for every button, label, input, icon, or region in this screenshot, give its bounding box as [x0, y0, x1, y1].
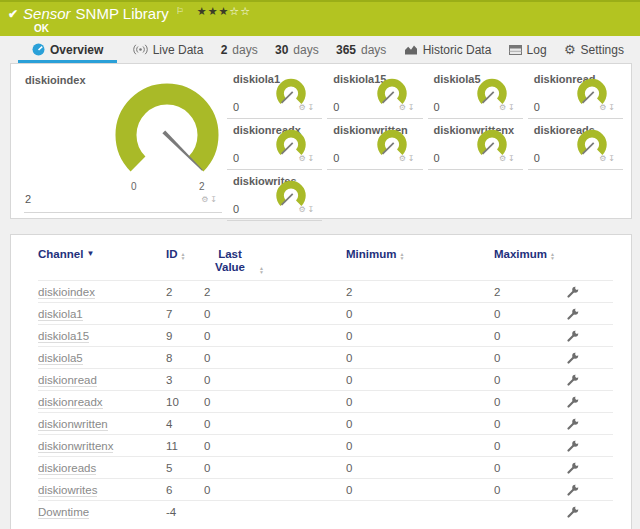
column-header-minimum[interactable]: Minimum ▲▼: [346, 248, 494, 261]
cell-last-value: 0: [204, 374, 346, 386]
gauge-cell[interactable]: diskionread 0 ⚙↧: [528, 69, 623, 119]
gauge-gear-icon[interactable]: ⚙: [399, 103, 408, 112]
tab-30-days[interactable]: 30 days: [273, 36, 321, 63]
table-row: diskionread 3 0 0 0: [38, 368, 613, 390]
channel-link[interactable]: diskionwrittenx: [38, 440, 113, 453]
gauge-value: 0: [233, 203, 239, 215]
tab-365-days-label: days: [361, 43, 386, 57]
tab-30-days-number: 30: [275, 43, 288, 57]
gauge-pin-icon[interactable]: ↧: [308, 154, 317, 163]
tab-settings[interactable]: ⚙ Settings: [562, 36, 626, 63]
gauge-gear-icon[interactable]: ⚙: [499, 103, 508, 112]
gauge-gear-icon[interactable]: ⚙: [399, 154, 408, 163]
filled-stars[interactable]: ★★★: [197, 5, 230, 17]
column-header-channel[interactable]: Channel ▼: [38, 248, 166, 261]
cell-channel: diskionread: [38, 374, 166, 386]
gauge-pin-icon[interactable]: ↧: [408, 154, 417, 163]
gauge-cell[interactable]: diskionwritten 0 ⚙↧: [327, 120, 422, 170]
channel-link[interactable]: diskiola15: [38, 330, 89, 343]
channel-settings-icon[interactable]: [566, 395, 580, 409]
gauge-cell[interactable]: diskiola1 0 ⚙↧: [227, 69, 322, 119]
cell-minimum: 0: [346, 418, 494, 430]
channel-settings-icon[interactable]: [566, 285, 580, 299]
channel-link[interactable]: diskiowrites: [38, 484, 97, 497]
gauge-gear-icon[interactable]: ⚙: [298, 103, 307, 112]
channel-settings-icon[interactable]: [566, 505, 580, 519]
channel-link[interactable]: diskionreadx: [38, 396, 103, 409]
table-row: diskionwrittenx 11 0 0 0: [38, 434, 613, 456]
gauge-cell[interactable]: diskionreadx 0 ⚙↧: [227, 120, 322, 170]
cell-last-value: 0: [204, 440, 346, 452]
gauge-gear-icon[interactable]: ⚙: [298, 205, 307, 214]
gauge-cell[interactable]: diskioreads 0 ⚙↧: [528, 120, 623, 170]
tab-bar: Overview Live Data 2 days 30 days 365 da…: [0, 36, 640, 63]
tab-log[interactable]: Log: [507, 36, 549, 63]
channel-link[interactable]: diskioindex: [38, 286, 95, 299]
gauge-pin-icon[interactable]: ↧: [308, 205, 317, 214]
tab-2-days[interactable]: 2 days: [219, 36, 260, 63]
primary-gauge-cell[interactable]: diskioindex 0 2 2 ⚙↧: [11, 69, 227, 218]
table-row: diskiowrites 6 0 0 0: [38, 478, 613, 500]
empty-stars[interactable]: ☆☆: [229, 5, 251, 17]
gauge-gear-icon[interactable]: ⚙: [298, 154, 307, 163]
channel-settings-icon[interactable]: [566, 417, 580, 431]
gauge-pin-icon[interactable]: ↧: [508, 154, 517, 163]
tab-historic-data[interactable]: Historic Data: [402, 36, 494, 63]
gauge-pin-icon[interactable]: ↧: [608, 103, 617, 112]
column-header-last-value[interactable]: Last Value ▲▼: [204, 248, 346, 274]
gauge-gear-icon[interactable]: ⚙: [201, 195, 210, 204]
cell-channel: diskionwrittenx: [38, 440, 166, 452]
channel-link[interactable]: diskiola5: [38, 352, 83, 365]
gauge-pin-icon[interactable]: ↧: [508, 103, 517, 112]
table-row: diskioreads 5 0 0 0: [38, 456, 613, 478]
cell-last-value: 2: [204, 286, 346, 298]
channel-settings-icon[interactable]: [566, 483, 580, 497]
cell-channel: diskiola5: [38, 352, 166, 364]
channel-settings-icon[interactable]: [566, 461, 580, 475]
priority-flag-icon[interactable]: ⚐: [176, 6, 184, 16]
channel-link[interactable]: diskionwritten: [38, 418, 108, 431]
cell-id: 3: [166, 374, 204, 386]
cell-minimum: 0: [346, 330, 494, 342]
channel-link[interactable]: diskionread: [38, 374, 97, 387]
column-header-maximum[interactable]: Maximum ▲▼: [494, 248, 566, 261]
channel-settings-icon[interactable]: [566, 307, 580, 321]
historic-data-chart-icon: [404, 44, 418, 55]
gauge-gear-icon[interactable]: ⚙: [599, 103, 608, 112]
gauge-pin-icon[interactable]: ↧: [308, 103, 317, 112]
tab-live-data[interactable]: Live Data: [131, 36, 206, 63]
cell-id: 9: [166, 330, 204, 342]
tab-overview[interactable]: Overview: [18, 36, 117, 63]
cell-maximum: 0: [494, 396, 566, 408]
tab-365-days[interactable]: 365 days: [334, 36, 388, 63]
channel-settings-icon[interactable]: [566, 329, 580, 343]
gauge-cell[interactable]: diskionwrittenx 0 ⚙↧: [428, 120, 523, 170]
gauge-underline: [24, 212, 222, 213]
gauge-gear-icon[interactable]: ⚙: [599, 154, 608, 163]
tab-30-days-label: days: [293, 43, 318, 57]
channel-link[interactable]: diskiola1: [38, 308, 83, 321]
gauge-pin-icon[interactable]: ↧: [408, 103, 417, 112]
cell-minimum: 0: [346, 352, 494, 364]
tab-2-days-label: days: [232, 43, 257, 57]
channel-settings-icon[interactable]: [566, 351, 580, 365]
gauge-value: 0: [534, 101, 540, 113]
tab-historic-data-label: Historic Data: [423, 43, 492, 57]
channel-link[interactable]: diskioreads: [38, 462, 96, 475]
gauge-pin-icon[interactable]: ↧: [608, 154, 617, 163]
column-header-id[interactable]: ID ▲▼: [166, 248, 204, 261]
gauge-cell[interactable]: diskiola15 0 ⚙↧: [327, 69, 422, 119]
channel-link[interactable]: Downtime: [38, 506, 89, 519]
gauge-cell[interactable]: diskiowrites 0 ⚙↧: [227, 171, 322, 221]
cell-maximum: 0: [494, 308, 566, 320]
cell-maximum: 0: [494, 484, 566, 496]
cell-maximum: 0: [494, 352, 566, 364]
gauge-value: 0: [434, 101, 440, 113]
channel-settings-icon[interactable]: [566, 439, 580, 453]
channel-settings-icon[interactable]: [566, 373, 580, 387]
gauge-cell[interactable]: diskiola5 0 ⚙↧: [428, 69, 523, 119]
cell-maximum: 0: [494, 330, 566, 342]
gauge-gear-icon[interactable]: ⚙: [499, 154, 508, 163]
gauge-pin-icon[interactable]: ↧: [210, 195, 219, 204]
priority-rating[interactable]: ★★★☆☆: [197, 5, 251, 18]
